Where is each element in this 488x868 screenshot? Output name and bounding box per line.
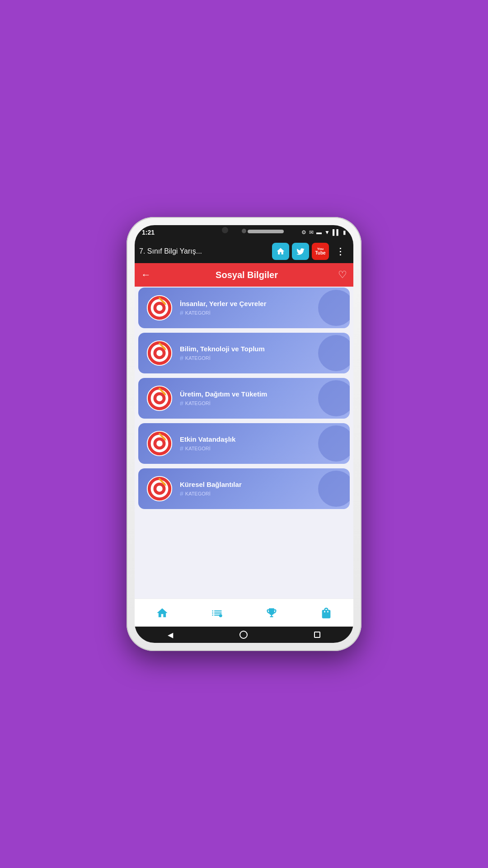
card-content-4: Etkin Vatandaşlık # KATEGORİ bbox=[180, 435, 343, 452]
hash-icon-2: # bbox=[180, 354, 183, 362]
card-title-2: Bilim, Teknoloji ve Toplum bbox=[180, 345, 343, 353]
favorite-button[interactable]: ♡ bbox=[338, 269, 347, 281]
page-header: ← Sosyal Bilgiler ♡ bbox=[135, 263, 353, 287]
card-icon-2 bbox=[145, 339, 174, 367]
wifi-icon: ▼ bbox=[324, 229, 330, 236]
twitter-toolbar-button[interactable] bbox=[292, 243, 309, 260]
card-title-3: Üretim, Dağıtım ve Tüketim bbox=[180, 390, 343, 398]
android-home-button[interactable] bbox=[239, 631, 248, 639]
card-subtitle-1: # KATEGORİ bbox=[180, 309, 343, 316]
card-subtitle-5: # KATEGORİ bbox=[180, 490, 343, 497]
nav-list-button[interactable] bbox=[211, 607, 223, 619]
bottom-nav bbox=[135, 599, 353, 627]
category-card-4[interactable]: Etkin Vatandaşlık # KATEGORİ bbox=[138, 423, 350, 464]
more-menu-button[interactable]: ⋮ bbox=[332, 243, 349, 260]
android-nav-bar: ◀ bbox=[135, 627, 353, 643]
phone-frame: 1:21 ⚙ ✉ ▬ ▼ ▌▌ ▮ 7. Sınıf Bilgi Yarış..… bbox=[127, 217, 361, 651]
category-card-5[interactable]: Küresel Bağlantılar # KATEGORİ bbox=[138, 468, 350, 509]
card-title-4: Etkin Vatandaşlık bbox=[180, 435, 343, 443]
card-content-1: İnsanlar, Yerler ve Çevreler # KATEGORİ bbox=[180, 300, 343, 316]
nav-trophy-button[interactable] bbox=[265, 607, 278, 619]
card-subtitle-2: # KATEGORİ bbox=[180, 354, 343, 362]
signal-icon: ▌▌ bbox=[333, 229, 340, 236]
hash-icon-4: # bbox=[180, 445, 183, 452]
card-title-5: Küresel Bağlantılar bbox=[180, 481, 343, 488]
settings-icon: ⚙ bbox=[301, 229, 306, 236]
svg-point-21 bbox=[156, 440, 163, 447]
card-icon-5 bbox=[145, 475, 174, 503]
hash-icon-3: # bbox=[180, 400, 183, 407]
youtube-bot-label: Tube bbox=[315, 251, 325, 255]
nav-home-button[interactable] bbox=[156, 607, 169, 619]
svg-point-3 bbox=[156, 305, 163, 311]
card-content-2: Bilim, Teknoloji ve Toplum # KATEGORİ bbox=[180, 345, 343, 362]
storage-icon: ▬ bbox=[316, 229, 322, 236]
email-icon: ✉ bbox=[309, 229, 314, 236]
phone-speaker-dot bbox=[242, 229, 246, 233]
card-content-5: Küresel Bağlantılar # KATEGORİ bbox=[180, 481, 343, 497]
battery-icon: ▮ bbox=[343, 229, 346, 236]
card-content-3: Üretim, Dağıtım ve Tüketim # KATEGORİ bbox=[180, 390, 343, 407]
hash-icon-1: # bbox=[180, 309, 183, 316]
card-icon-1 bbox=[145, 294, 174, 322]
android-recents-button[interactable] bbox=[314, 632, 320, 638]
hash-icon-5: # bbox=[180, 490, 183, 497]
back-button[interactable]: ← bbox=[141, 269, 151, 281]
android-back-button[interactable]: ◀ bbox=[168, 631, 173, 639]
status-time: 1:21 bbox=[142, 229, 155, 236]
category-card-1[interactable]: İnsanlar, Yerler ve Çevreler # KATEGORİ bbox=[138, 288, 350, 328]
category-list: İnsanlar, Yerler ve Çevreler # KATEGORİ bbox=[135, 287, 353, 599]
card-subtitle-3: # KATEGORİ bbox=[180, 400, 343, 407]
card-icon-3 bbox=[145, 384, 174, 412]
svg-point-15 bbox=[156, 395, 163, 401]
card-subtitle-4: # KATEGORİ bbox=[180, 445, 343, 452]
phone-camera bbox=[222, 227, 228, 233]
category-card-3[interactable]: Üretim, Dağıtım ve Tüketim # KATEGORİ bbox=[138, 378, 350, 419]
phone-speaker-bar bbox=[248, 230, 284, 233]
phone-screen: 1:21 ⚙ ✉ ▬ ▼ ▌▌ ▮ 7. Sınıf Bilgi Yarış..… bbox=[135, 225, 353, 643]
page-title: Sosyal Bilgiler bbox=[155, 270, 338, 280]
app-toolbar: 7. Sınıf Bilgi Yarış... You Tube ⋮ bbox=[135, 240, 353, 263]
card-title-1: İnsanlar, Yerler ve Çevreler bbox=[180, 300, 343, 307]
app-title: 7. Sınıf Bilgi Yarış... bbox=[139, 247, 269, 255]
svg-point-9 bbox=[156, 350, 163, 356]
svg-point-27 bbox=[156, 486, 163, 492]
card-icon-4 bbox=[145, 429, 174, 458]
home-toolbar-button[interactable] bbox=[272, 243, 289, 260]
youtube-toolbar-button[interactable]: You Tube bbox=[312, 243, 329, 260]
nav-shop-button[interactable] bbox=[320, 607, 333, 619]
svg-point-30 bbox=[219, 614, 222, 617]
category-card-2[interactable]: Bilim, Teknoloji ve Toplum # KATEGORİ bbox=[138, 333, 350, 373]
status-icons: ⚙ ✉ ▬ ▼ ▌▌ ▮ bbox=[301, 229, 346, 236]
